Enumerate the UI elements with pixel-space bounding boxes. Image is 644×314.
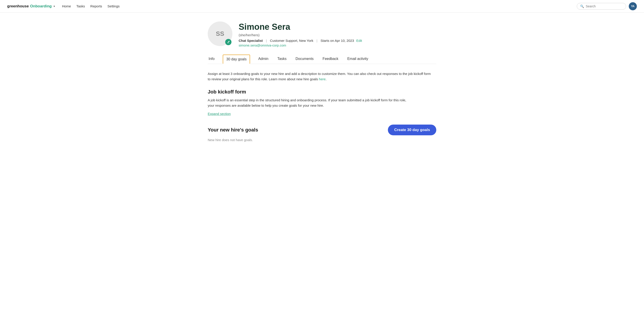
navbar: greenhouse Onboarding ▾ Home Tasks Repor… (0, 0, 644, 12)
pencil-icon (227, 40, 230, 44)
profile-initials: SS (216, 30, 224, 37)
tab-feedback[interactable]: Feedback (322, 55, 339, 64)
expand-section-link[interactable]: Expand section (208, 112, 231, 116)
profile-job-title: Chat Specialist (239, 39, 263, 42)
edit-profile-link[interactable]: Edit (356, 39, 362, 42)
chevron-down-icon[interactable]: ▾ (54, 5, 55, 8)
profile-email-link[interactable]: simone.sera@omniva-corp.com (239, 43, 286, 47)
search-input[interactable] (586, 4, 623, 8)
main-content: SS Simone Sera (she/her/hers) Chat Speci… (199, 12, 445, 151)
edit-avatar-button[interactable] (225, 39, 232, 45)
brand: greenhouse Onboarding ▾ (7, 4, 55, 8)
tab-documents[interactable]: Documents (295, 55, 314, 64)
tabs-bar: Info 30 day goals Admin Tasks Documents … (208, 55, 436, 64)
tab-info[interactable]: Info (208, 55, 216, 64)
user-avatar[interactable]: YA (629, 2, 637, 10)
search-box[interactable]: 🔍 (577, 3, 626, 10)
no-goals-text: New hire does not have goals. (208, 138, 436, 142)
brand-greenhouse-text: greenhouse (7, 4, 29, 8)
profile-section: SS Simone Sera (she/her/hers) Chat Speci… (208, 21, 436, 47)
profile-pronouns: (she/her/hers) (239, 33, 362, 37)
nav-settings[interactable]: Settings (108, 4, 120, 8)
profile-meta: Chat Specialist | Customer Support, New … (239, 39, 362, 42)
create-30-day-goals-button[interactable]: Create 30 day goals (388, 125, 436, 135)
meta-separator2: | (316, 39, 317, 42)
kickoff-body: A job kickoff is an essential step in th… (208, 98, 410, 108)
tab-admin[interactable]: Admin (257, 55, 269, 64)
kickoff-heading: Job kickoff form (208, 89, 436, 95)
here-link[interactable]: here (319, 77, 326, 81)
goals-heading: Your new hire's goals (208, 127, 258, 133)
nav-right: 🔍 YA (577, 2, 637, 10)
nav-home[interactable]: Home (62, 4, 71, 8)
nav-reports[interactable]: Reports (90, 4, 102, 8)
profile-name: Simone Sera (239, 22, 362, 32)
nav-tasks[interactable]: Tasks (76, 4, 85, 8)
goals-row: Your new hire's goals Create 30 day goal… (208, 125, 436, 135)
tab-email-activity[interactable]: Email activity (346, 55, 369, 64)
tab-tasks[interactable]: Tasks (276, 55, 288, 64)
nav-links: Home Tasks Reports Settings (62, 4, 577, 8)
search-icon: 🔍 (580, 4, 584, 8)
profile-avatar: SS (208, 21, 232, 46)
tab-30-day-goals[interactable]: 30 day goals (223, 55, 250, 64)
profile-department: Customer Support, New York (270, 39, 313, 42)
brand-onboarding-text: Onboarding (30, 4, 52, 8)
profile-start-date: Starts on Apr 10, 2023 (320, 39, 354, 42)
profile-info: Simone Sera (she/her/hers) Chat Speciali… (239, 21, 362, 47)
meta-separator: | (266, 39, 267, 42)
description-text: Assign at least 3 onboarding goals to yo… (208, 71, 432, 82)
